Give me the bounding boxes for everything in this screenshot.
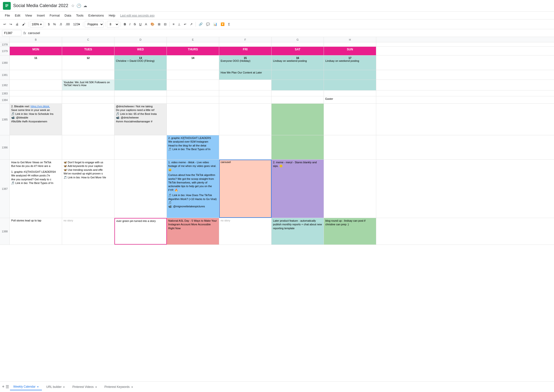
cell-1384-f[interactable]: [219, 96, 272, 103]
menu-extensions[interactable]: Extensions: [86, 13, 106, 18]
menu-tools[interactable]: Tools: [74, 13, 85, 18]
cell-1382-d[interactable]: [114, 80, 167, 90]
cell-1380-g[interactable]: 16 Lindsay on weekend posting: [272, 55, 324, 70]
star-icon[interactable]: ☆: [71, 3, 75, 8]
cell-1381-g[interactable]: [272, 70, 324, 80]
wrap-button[interactable]: ↵: [182, 21, 188, 27]
cell-1384-c[interactable]: [62, 96, 114, 103]
cell-1386-f[interactable]: [219, 135, 272, 159]
currency-button[interactable]: $: [47, 21, 51, 27]
cell-1385-f[interactable]: [219, 104, 272, 135]
cell-1379-c-tue[interactable]: TUES: [62, 47, 114, 55]
cell-1380-h[interactable]: 17 Lindsay on weekend posting: [324, 55, 376, 70]
cell-1386-c[interactable]: [62, 135, 114, 159]
tab-url-builder[interactable]: URL builder ▾: [43, 384, 68, 390]
cell-1383-c[interactable]: [62, 91, 114, 96]
comment-button[interactable]: 💬: [205, 21, 211, 27]
menu-format[interactable]: Format: [48, 13, 62, 18]
cell-1388-b[interactable]: Poll stories lead up to tap: [10, 218, 62, 245]
cell-reference-input[interactable]: [2, 30, 21, 36]
filter-button[interactable]: 🔽: [219, 21, 226, 27]
text-color-button[interactable]: A: [143, 21, 149, 27]
cell-1384-h[interactable]: Easter: [324, 96, 376, 103]
cell-1378-h[interactable]: [324, 42, 376, 46]
cell-1384-d[interactable]: [114, 96, 167, 103]
cell-1380-c[interactable]: 12: [62, 55, 114, 70]
cell-1388-e[interactable]: National ASL Day - 5 Ways to Make Your I…: [167, 218, 219, 245]
cell-1379-d-wed[interactable]: WED: [114, 47, 167, 55]
decimal-increase-button[interactable]: .00: [64, 21, 71, 27]
percent-button[interactable]: %: [52, 21, 57, 27]
tab-weekly-calendar-dropdown-icon[interactable]: ▾: [37, 385, 38, 388]
cell-1385-b[interactable]: 2. Biteable reel: https://vm.tiktok. Sav…: [10, 104, 62, 135]
bold-button[interactable]: B: [122, 21, 127, 27]
cell-1385-d[interactable]: @dmicheleeee / Not me taking Do your cap…: [114, 104, 167, 135]
cell-1382-g[interactable]: [272, 80, 324, 90]
cell-1378-g[interactable]: [272, 42, 324, 46]
cell-1381-e[interactable]: [167, 70, 219, 80]
cell-1379-h-sun[interactable]: SUN: [324, 47, 376, 55]
add-sheet-button[interactable]: +: [2, 384, 5, 389]
cell-1383-f[interactable]: [219, 91, 272, 96]
cell-1387-h[interactable]: [324, 160, 376, 218]
col-header-b[interactable]: B: [10, 37, 62, 42]
cell-1388-c[interactable]: no story: [62, 218, 114, 245]
cell-1382-e[interactable]: [167, 80, 219, 90]
cell-1380-b[interactable]: 11: [10, 55, 62, 70]
cell-1383-e[interactable]: [167, 91, 219, 96]
print-button[interactable]: 🖨: [14, 21, 20, 27]
cell-1378-c[interactable]: [62, 42, 114, 46]
function-button[interactable]: Σ: [226, 21, 231, 27]
cell-1385-g[interactable]: [272, 104, 324, 135]
col-header-h[interactable]: H: [324, 37, 376, 42]
cell-1387-b[interactable]: How to Get More Views on TikTok But how …: [10, 160, 62, 218]
cell-1383-h[interactable]: [324, 91, 376, 96]
valign-button[interactable]: ⊥: [176, 21, 182, 27]
cell-1379-e-thu[interactable]: THURS: [167, 47, 219, 55]
tab-pinterest-keywords-dropdown-icon[interactable]: ▾: [131, 386, 133, 388]
cell-1388-d[interactable]: ever green pin turned into a story: [114, 218, 167, 245]
formula-input[interactable]: [28, 31, 552, 35]
cell-1385-c[interactable]: [62, 104, 114, 135]
menu-edit[interactable]: Edit: [13, 13, 22, 18]
col-header-f[interactable]: F: [219, 37, 272, 42]
align-button[interactable]: ≡: [171, 21, 176, 27]
cell-1382-b[interactable]: [10, 80, 62, 90]
cell-1384-e[interactable]: [167, 96, 219, 103]
cell-1385-e[interactable]: [167, 104, 219, 135]
menu-data[interactable]: Data: [63, 13, 73, 18]
cell-1387-g[interactable]: 2. meme - meryl - Stares blankly and sip…: [272, 160, 324, 218]
cell-1379-b-mon[interactable]: MON: [10, 47, 62, 55]
cell-1378-f[interactable]: [219, 42, 272, 46]
cell-1387-e[interactable]: 1. video meme - tiktok - Live video foot…: [167, 160, 219, 218]
italic-button[interactable]: I: [128, 21, 132, 27]
cell-1381-h[interactable]: [324, 70, 376, 80]
cell-1386-b[interactable]: [10, 135, 62, 159]
cell-1382-f[interactable]: [219, 80, 272, 90]
cloud-icon[interactable]: ☁: [83, 3, 87, 8]
col-header-d[interactable]: D: [114, 37, 167, 42]
undo-button[interactable]: ↩: [2, 21, 8, 27]
tab-url-builder-dropdown-icon[interactable]: ▾: [63, 386, 65, 388]
link-button[interactable]: 🔗: [197, 21, 204, 27]
rotate-button[interactable]: ↗: [188, 21, 194, 27]
menu-insert[interactable]: Insert: [35, 13, 47, 18]
cell-1380-f[interactable]: 15 Everyone OOO (Holiday): [219, 55, 272, 70]
col-header-c[interactable]: C: [62, 37, 114, 42]
decimal-decrease-button[interactable]: .0: [58, 21, 64, 27]
cell-1388-f[interactable]: no story: [219, 218, 272, 245]
cell-1382-c[interactable]: Youtube: We Just Hit 50K Followers on Ti…: [62, 80, 114, 90]
chart-button[interactable]: 📊: [212, 21, 219, 27]
cell-1387-f[interactable]: carousel: [219, 160, 272, 218]
cell-1378-d[interactable]: [114, 42, 167, 46]
col-header-g[interactable]: G: [272, 37, 324, 42]
sheet-menu-button[interactable]: ☰: [6, 384, 9, 389]
cell-1380-e[interactable]: 14: [167, 55, 219, 70]
cell-1381-d[interactable]: [114, 70, 167, 80]
cell-1381-c[interactable]: [62, 70, 114, 80]
redo-button[interactable]: ↪: [8, 21, 14, 27]
cell-1385-h[interactable]: [324, 104, 376, 135]
cell-1383-b[interactable]: [10, 91, 62, 96]
cell-1388-h[interactable]: blog round up - lindsay can post if chri…: [324, 218, 376, 245]
cell-1387-c[interactable]: 🦋 Don't forget to engage with us 🦋 Add k…: [62, 160, 114, 218]
